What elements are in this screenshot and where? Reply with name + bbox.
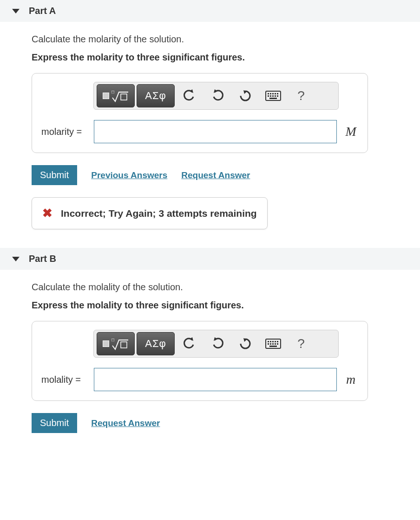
help-button[interactable]: ?: [288, 84, 314, 107]
part-a-title: Part A: [29, 6, 56, 16]
radical-icon: □: [111, 89, 129, 102]
unit-label: m: [343, 372, 358, 387]
part-a-prompt: Calculate the molarity of the solution.: [32, 34, 388, 45]
svg-rect-8: [272, 93, 274, 94]
redo-button[interactable]: [204, 84, 230, 107]
reset-icon: [239, 337, 252, 350]
svg-rect-12: [270, 95, 271, 97]
keyboard-icon: [265, 339, 281, 349]
svg-rect-16: [269, 98, 277, 99]
svg-text:□: □: [112, 337, 114, 342]
answer-row: molality = m: [41, 368, 358, 391]
molality-input[interactable]: [94, 368, 337, 391]
templates-button[interactable]: □: [97, 332, 135, 355]
part-b-header[interactable]: Part B: [0, 248, 420, 270]
answer-row: molarity = M: [41, 120, 358, 143]
submit-button[interactable]: Submit: [32, 165, 77, 185]
square-icon: [103, 340, 109, 347]
svg-marker-2: [190, 89, 193, 93]
svg-rect-14: [275, 95, 276, 97]
svg-rect-31: [275, 343, 276, 345]
radical-icon: □: [111, 337, 129, 350]
part-a-instruction: Express the molarity to three significan…: [32, 52, 388, 63]
part-a-body: Calculate the molarity of the solution. …: [0, 22, 420, 248]
part-b-actions: Submit Request Answer: [32, 413, 388, 433]
greek-letters-button[interactable]: ΑΣφ: [137, 332, 175, 355]
svg-rect-13: [272, 95, 274, 97]
svg-rect-27: [277, 341, 278, 342]
svg-rect-9: [275, 93, 276, 94]
reset-button[interactable]: [232, 332, 258, 355]
part-a-actions: Submit Previous Answers Request Answer: [32, 165, 388, 185]
svg-rect-6: [268, 93, 269, 94]
svg-rect-28: [268, 343, 269, 345]
equation-toolbar: □ ΑΣφ: [93, 82, 339, 110]
keyboard-icon: [265, 91, 281, 101]
answer-label: molality =: [41, 374, 87, 385]
svg-rect-25: [272, 341, 274, 342]
reset-icon: [239, 89, 252, 102]
svg-rect-29: [270, 343, 271, 345]
svg-marker-3: [214, 89, 217, 93]
svg-rect-33: [269, 346, 277, 347]
svg-marker-20: [214, 337, 217, 341]
svg-rect-1: [121, 94, 127, 100]
chevron-down-icon: [12, 257, 20, 261]
keyboard-button[interactable]: [260, 332, 286, 355]
submit-button[interactable]: Submit: [32, 413, 77, 433]
part-a-header[interactable]: Part A: [0, 0, 420, 22]
svg-rect-15: [277, 95, 278, 97]
part-b-body: Calculate the molality of the solution. …: [0, 270, 420, 452]
molarity-input[interactable]: [94, 120, 337, 143]
svg-rect-32: [277, 343, 278, 345]
square-icon: [103, 93, 109, 99]
feedback-text: Incorrect; Try Again; 3 attempts remaini…: [61, 208, 257, 219]
equation-toolbar: □ ΑΣφ: [93, 330, 339, 358]
undo-button[interactable]: [177, 332, 203, 355]
redo-icon: [211, 337, 224, 350]
svg-rect-11: [268, 95, 269, 97]
reset-button[interactable]: [232, 84, 258, 107]
svg-text:□: □: [112, 89, 114, 94]
answer-label: molarity =: [41, 127, 87, 137]
redo-icon: [211, 89, 224, 102]
svg-rect-18: [121, 342, 127, 348]
part-b-answer-box: □ ΑΣφ: [32, 321, 368, 401]
undo-icon: [183, 89, 196, 102]
help-button[interactable]: ?: [288, 332, 314, 355]
part-b-instruction: Express the molality to three significan…: [32, 300, 388, 311]
undo-button[interactable]: [177, 84, 203, 107]
part-b-title: Part B: [29, 253, 56, 264]
greek-letters-button[interactable]: ΑΣφ: [137, 84, 175, 107]
chevron-down-icon: [12, 9, 20, 13]
keyboard-button[interactable]: [260, 84, 286, 107]
request-answer-link[interactable]: Request Answer: [181, 170, 250, 180]
previous-answers-link[interactable]: Previous Answers: [91, 170, 167, 180]
part-a-answer-box: □ ΑΣφ: [32, 73, 368, 153]
request-answer-link[interactable]: Request Answer: [91, 418, 160, 428]
svg-rect-7: [270, 93, 271, 94]
svg-rect-24: [270, 341, 271, 342]
svg-rect-30: [272, 343, 274, 345]
unit-label: M: [343, 124, 358, 139]
feedback-box: ✖ Incorrect; Try Again; 3 attempts remai…: [32, 197, 268, 229]
svg-rect-10: [277, 93, 278, 94]
svg-marker-19: [190, 337, 193, 341]
svg-rect-23: [268, 341, 269, 342]
incorrect-icon: ✖: [42, 206, 52, 220]
undo-icon: [183, 337, 196, 350]
templates-button[interactable]: □: [97, 84, 135, 107]
redo-button[interactable]: [204, 332, 230, 355]
svg-rect-26: [275, 341, 276, 342]
part-b-prompt: Calculate the molality of the solution.: [32, 282, 388, 293]
